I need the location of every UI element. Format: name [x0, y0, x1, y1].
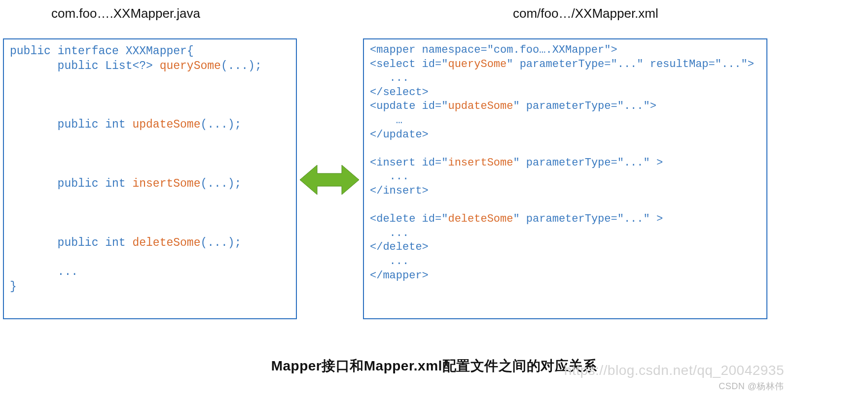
watermark-link: https://blog.csdn.net/qq_20042935	[564, 363, 784, 378]
double-arrow-icon	[300, 163, 359, 197]
java-code-box: public interface XXXMapper{ public List<…	[3, 38, 297, 319]
svg-marker-0	[300, 165, 359, 195]
xml-code-box: <mapper namespace="com.foo….XXMapper"> <…	[363, 38, 767, 319]
xml-file-title: com/foo…/XXMapper.xml	[513, 6, 658, 21]
java-file-title: com.foo….XXMapper.java	[51, 6, 200, 21]
watermark-author: CSDN @杨林伟	[719, 380, 784, 392]
java-code: public interface XXXMapper{ public List<…	[4, 39, 296, 299]
xml-code: <mapper namespace="com.foo….XXMapper"> <…	[364, 39, 766, 287]
diagram-caption: Mapper接口和Mapper.xml配置文件之间的对应关系	[271, 357, 597, 375]
